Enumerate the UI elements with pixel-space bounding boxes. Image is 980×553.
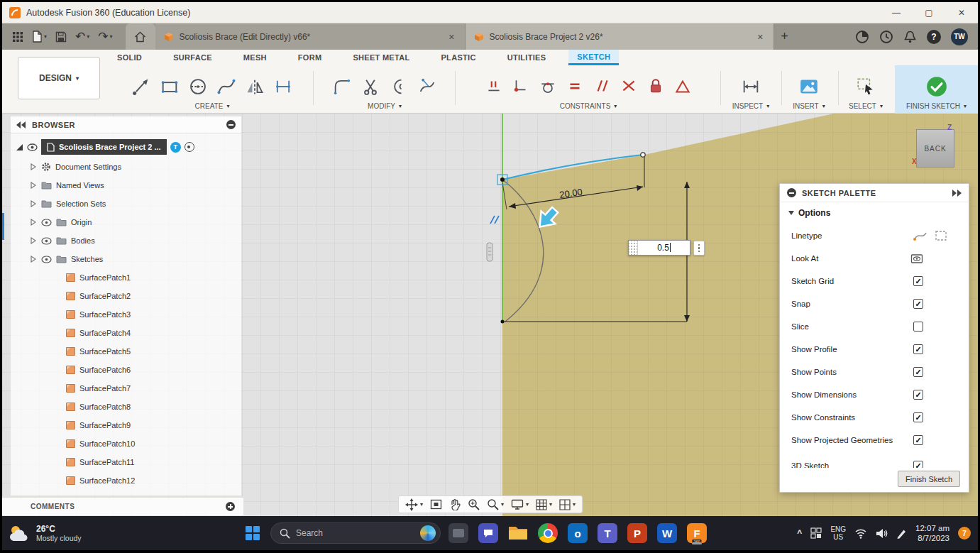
app-icon-powerpoint[interactable]: P — [625, 521, 649, 545]
offset-tool-icon[interactable] — [389, 77, 409, 97]
clock[interactable]: 12:07 am 8/7/2023 — [915, 523, 949, 544]
app-grid-icon[interactable] — [9, 28, 26, 46]
visibility-eye-icon[interactable] — [41, 237, 52, 245]
comments-bar[interactable]: COMMENTS — [2, 497, 243, 515]
circle-tool-icon[interactable] — [188, 77, 208, 97]
grid-settings-icon[interactable]: ▾ — [534, 499, 554, 510]
input-drag-grip[interactable] — [629, 241, 638, 255]
symmetry-constraint-icon[interactable] — [673, 77, 692, 96]
file-menu-button[interactable]: ▾ — [29, 28, 50, 46]
constraints-dropdown[interactable]: CONSTRAINTS▾ — [560, 102, 617, 110]
pan-icon[interactable]: ▾ — [403, 498, 425, 511]
activate-radio-icon[interactable] — [185, 142, 194, 152]
home-tab[interactable] — [126, 23, 155, 50]
wifi-icon[interactable] — [854, 528, 867, 539]
volume-icon[interactable] — [876, 528, 888, 539]
tree-item-surfacepatch[interactable]: SurfacePatch3 — [11, 305, 241, 324]
tab-close-icon[interactable]: × — [756, 31, 764, 43]
create-dropdown[interactable]: CREATE▾ — [195, 102, 230, 110]
expand-comments-icon[interactable] — [226, 502, 235, 511]
tab-surface[interactable]: SURFACE — [165, 50, 221, 65]
tab-solid[interactable]: SOLID — [109, 50, 150, 65]
tree-item-surfacepatch[interactable]: SurfacePatch6 — [11, 361, 241, 379]
finish-sketch-palette-button[interactable]: Finish Sketch — [898, 471, 960, 487]
tray-chevron-icon[interactable]: ^ — [797, 528, 802, 538]
new-tab-button[interactable]: + — [774, 28, 795, 46]
select-tool-icon[interactable] — [855, 77, 876, 97]
dimension-input-value[interactable]: 0.5 — [638, 243, 690, 253]
spline-tool-icon[interactable] — [216, 77, 236, 97]
extensions-icon[interactable] — [855, 30, 869, 44]
tree-root-row[interactable]: Scoliosis Brace Project 2 ... T — [11, 138, 241, 156]
tree-item-surfacepatch[interactable]: SurfacePatch2 — [11, 287, 241, 305]
collapse-all-icon[interactable] — [226, 120, 236, 129]
slice-checkbox[interactable] — [913, 322, 923, 332]
save-button[interactable] — [53, 28, 70, 46]
spline-endpoint[interactable] — [641, 153, 645, 157]
redo-button[interactable]: ↷ ▾ — [95, 28, 115, 46]
tab-sheet-metal[interactable]: SHEET METAL — [344, 50, 418, 65]
parallel-constraint-icon[interactable] — [593, 77, 611, 96]
show-dimensions-checkbox[interactable] — [913, 390, 923, 400]
app-icon-files[interactable] — [446, 521, 470, 545]
viewcube[interactable]: BACK — [916, 129, 954, 168]
disclosure-icon[interactable] — [31, 182, 37, 189]
show-points-checkbox[interactable] — [913, 367, 923, 377]
zoom-window-icon[interactable]: ▾ — [485, 498, 506, 510]
trim-scissors-icon[interactable] — [360, 77, 380, 97]
language-indicator[interactable]: ENG US — [830, 525, 846, 542]
start-button[interactable] — [241, 521, 265, 545]
sketch-point[interactable] — [501, 320, 505, 324]
collapse-panel-icon[interactable] — [16, 121, 26, 128]
disclosure-icon[interactable] — [31, 163, 37, 170]
tree-item-bodies[interactable]: Bodies — [11, 231, 241, 250]
tree-item-surfacepatch[interactable]: SurfacePatch4 — [11, 324, 241, 342]
app-icon-word[interactable]: W — [655, 521, 679, 545]
tree-item-surfacepatch[interactable]: SurfacePatch5 — [11, 342, 241, 361]
tree-item-surfacepatch[interactable]: SurfacePatch12 — [11, 471, 241, 490]
inspect-dropdown[interactable]: INSPECT▾ — [732, 102, 769, 110]
visibility-eye-icon[interactable] — [41, 219, 52, 226]
modeling-canvas[interactable]: 20.00 0.5 BACK Z X — [2, 114, 978, 516]
tree-item-named-views[interactable]: Named Views — [11, 176, 241, 195]
horizontal-vertical-constraint-icon[interactable] — [485, 77, 503, 96]
document-tab-2[interactable]: Scoliosis Brace Project 2 v26* × — [466, 23, 774, 50]
tree-item-surfacepatch[interactable]: SurfacePatch1 — [11, 268, 241, 287]
search-highlights-icon[interactable] — [420, 525, 436, 541]
tree-item-document-settings[interactable]: Document Settings — [11, 158, 241, 176]
minimize-button[interactable]: — — [880, 2, 913, 23]
pan-hand-icon[interactable] — [447, 498, 463, 510]
disclosure-icon[interactable] — [31, 256, 37, 263]
fillet-tool-icon[interactable] — [332, 77, 352, 97]
tab-mesh[interactable]: MESH — [235, 50, 275, 65]
maximize-button[interactable]: ▢ — [913, 2, 945, 23]
help-icon[interactable]: ? — [927, 30, 941, 44]
look-at-icon[interactable] — [910, 253, 923, 264]
display-settings-icon[interactable]: ▾ — [509, 499, 531, 510]
document-tab-1[interactable]: Scoliosis Brace (Edit Directly) v66* × — [155, 23, 466, 50]
3d-sketch-checkbox[interactable] — [913, 461, 923, 468]
tab-utilities[interactable]: UTILITIES — [499, 50, 555, 65]
app-icon-file-explorer[interactable] — [506, 521, 530, 545]
select-dropdown[interactable]: SELECT▾ — [849, 102, 883, 110]
line-tool-icon[interactable] — [131, 77, 151, 97]
disclosure-icon[interactable] — [31, 237, 37, 244]
fit-view-icon[interactable] — [428, 499, 444, 510]
mirror-tool-icon[interactable] — [245, 77, 265, 97]
app-icon-fusion360[interactable]: F 360 — [685, 521, 709, 545]
slot-tool-icon[interactable] — [273, 77, 293, 97]
tree-item-surfacepatch[interactable]: SurfacePatch8 — [11, 398, 241, 416]
app-icon-chrome[interactable] — [536, 521, 560, 545]
tree-item-surfacepatch[interactable]: SurfacePatch7 — [11, 379, 241, 398]
tree-item-origin[interactable]: Origin — [11, 213, 241, 231]
visibility-eye-icon[interactable] — [41, 256, 52, 263]
tree-item-surfacepatch[interactable]: SurfacePatch10 — [11, 434, 241, 453]
taskbar-weather-widget[interactable]: 26°C Mostly cloudy — [8, 524, 82, 542]
design-workspace-dropdown[interactable]: DESIGN ▾ — [18, 57, 100, 99]
show-constraints-checkbox[interactable] — [913, 412, 923, 422]
sketch-grid-checkbox[interactable] — [913, 276, 923, 286]
measure-tool-icon[interactable] — [741, 77, 761, 97]
tab-sketch[interactable]: SKETCH — [568, 50, 619, 65]
dimension-input[interactable]: 0.5 — [628, 240, 690, 256]
search-input[interactable] — [296, 528, 414, 538]
